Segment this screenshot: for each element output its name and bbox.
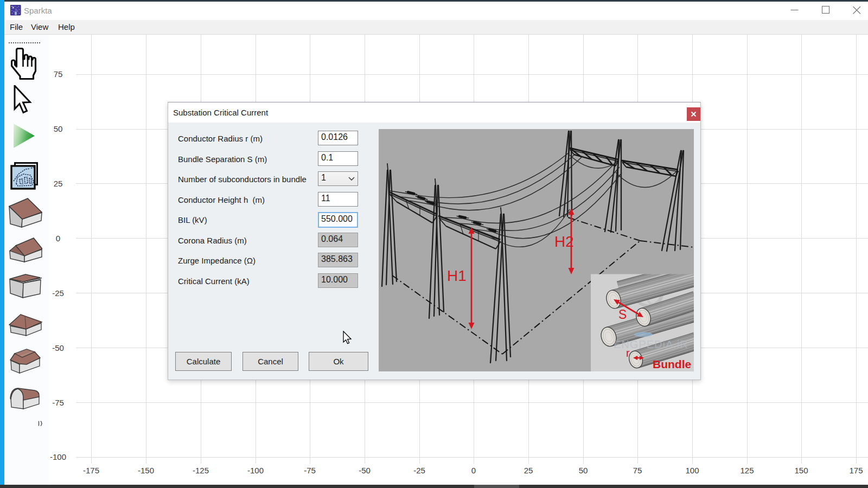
- svg-text:S: S: [618, 307, 627, 322]
- svg-text:ENGPEDiA.iR: ENGPEDiA.iR: [614, 338, 688, 350]
- svg-text:r: r: [626, 347, 630, 359]
- svg-text:H2: H2: [554, 233, 574, 250]
- svg-text:H1: H1: [447, 267, 467, 284]
- svg-text:Bundle: Bundle: [653, 358, 691, 370]
